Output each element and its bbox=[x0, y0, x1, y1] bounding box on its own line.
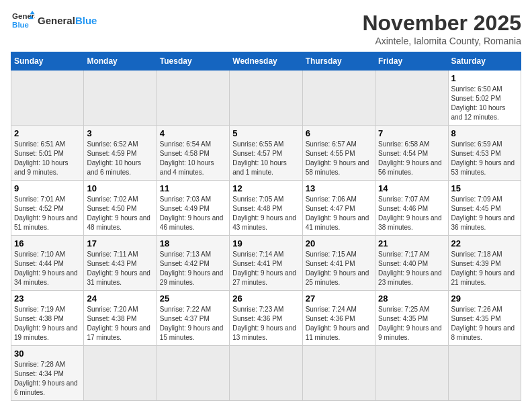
day-info: Sunrise: 7:07 AM Sunset: 4:46 PM Dayligh… bbox=[378, 195, 445, 232]
col-tuesday: Tuesday bbox=[157, 52, 229, 71]
day-cell: 28Sunrise: 7:25 AM Sunset: 4:35 PM Dayli… bbox=[375, 291, 448, 346]
day-number: 14 bbox=[378, 183, 445, 193]
day-info: Sunrise: 6:59 AM Sunset: 4:53 PM Dayligh… bbox=[451, 140, 518, 177]
day-cell: 3Sunrise: 6:52 AM Sunset: 4:59 PM Daylig… bbox=[84, 126, 157, 181]
day-number: 7 bbox=[378, 128, 445, 138]
day-cell bbox=[84, 346, 157, 401]
day-number: 9 bbox=[14, 183, 81, 193]
day-cell: 2Sunrise: 6:51 AM Sunset: 5:01 PM Daylig… bbox=[11, 126, 84, 181]
day-number: 23 bbox=[14, 293, 81, 304]
day-number: 12 bbox=[232, 183, 299, 193]
day-info: Sunrise: 7:18 AM Sunset: 4:39 PM Dayligh… bbox=[451, 250, 518, 287]
day-cell: 25Sunrise: 7:22 AM Sunset: 4:37 PM Dayli… bbox=[157, 291, 229, 346]
day-number: 26 bbox=[232, 293, 299, 304]
day-cell: 17Sunrise: 7:11 AM Sunset: 4:43 PM Dayli… bbox=[84, 236, 157, 291]
day-info: Sunrise: 7:28 AM Sunset: 4:34 PM Dayligh… bbox=[14, 360, 81, 398]
day-number: 25 bbox=[160, 293, 226, 304]
week-row-2: 9Sunrise: 7:01 AM Sunset: 4:52 PM Daylig… bbox=[11, 181, 521, 236]
col-thursday: Thursday bbox=[302, 52, 375, 71]
day-info: Sunrise: 6:55 AM Sunset: 4:57 PM Dayligh… bbox=[232, 140, 299, 177]
day-cell: 29Sunrise: 7:26 AM Sunset: 4:35 PM Dayli… bbox=[448, 291, 521, 346]
day-number: 19 bbox=[232, 238, 299, 248]
day-cell: 11Sunrise: 7:03 AM Sunset: 4:49 PM Dayli… bbox=[157, 181, 229, 236]
day-number: 4 bbox=[160, 128, 226, 138]
week-row-0: 1Sunrise: 6:50 AM Sunset: 5:02 PM Daylig… bbox=[11, 71, 521, 126]
day-cell bbox=[11, 71, 84, 126]
day-number: 30 bbox=[14, 349, 81, 359]
day-number: 2 bbox=[14, 128, 81, 138]
col-saturday: Saturday bbox=[448, 52, 521, 71]
day-info: Sunrise: 7:19 AM Sunset: 4:38 PM Dayligh… bbox=[14, 305, 81, 342]
title-area: November 2025 Axintele, Ialomita County,… bbox=[362, 11, 521, 46]
day-info: Sunrise: 6:58 AM Sunset: 4:54 PM Dayligh… bbox=[378, 140, 445, 177]
logo-general: General bbox=[38, 15, 75, 26]
day-info: Sunrise: 7:26 AM Sunset: 4:35 PM Dayligh… bbox=[451, 305, 518, 342]
logo-icon: General Blue bbox=[11, 11, 35, 31]
day-number: 1 bbox=[451, 73, 518, 83]
week-row-3: 16Sunrise: 7:10 AM Sunset: 4:44 PM Dayli… bbox=[11, 236, 521, 291]
day-cell: 14Sunrise: 7:07 AM Sunset: 4:46 PM Dayli… bbox=[375, 181, 448, 236]
day-cell: 21Sunrise: 7:17 AM Sunset: 4:40 PM Dayli… bbox=[375, 236, 448, 291]
day-cell bbox=[375, 71, 448, 126]
day-number: 22 bbox=[451, 238, 518, 248]
day-number: 21 bbox=[378, 238, 445, 248]
day-info: Sunrise: 7:11 AM Sunset: 4:43 PM Dayligh… bbox=[87, 250, 153, 287]
day-cell: 1Sunrise: 6:50 AM Sunset: 5:02 PM Daylig… bbox=[448, 71, 521, 126]
day-number: 20 bbox=[306, 238, 372, 248]
day-info: Sunrise: 6:51 AM Sunset: 5:01 PM Dayligh… bbox=[14, 140, 81, 177]
week-row-5: 30Sunrise: 7:28 AM Sunset: 4:34 PM Dayli… bbox=[11, 346, 521, 401]
day-cell: 12Sunrise: 7:05 AM Sunset: 4:48 PM Dayli… bbox=[230, 181, 302, 236]
day-info: Sunrise: 7:09 AM Sunset: 4:45 PM Dayligh… bbox=[451, 195, 518, 232]
day-info: Sunrise: 7:02 AM Sunset: 4:50 PM Dayligh… bbox=[87, 195, 153, 232]
day-cell: 13Sunrise: 7:06 AM Sunset: 4:47 PM Dayli… bbox=[302, 181, 375, 236]
day-info: Sunrise: 7:13 AM Sunset: 4:42 PM Dayligh… bbox=[160, 250, 226, 287]
day-cell: 16Sunrise: 7:10 AM Sunset: 4:44 PM Dayli… bbox=[11, 236, 84, 291]
calendar-table: Sunday Monday Tuesday Wednesday Thursday… bbox=[11, 52, 521, 401]
day-info: Sunrise: 6:57 AM Sunset: 4:55 PM Dayligh… bbox=[306, 140, 372, 177]
day-cell: 30Sunrise: 7:28 AM Sunset: 4:34 PM Dayli… bbox=[11, 346, 84, 401]
day-cell: 24Sunrise: 7:20 AM Sunset: 4:38 PM Dayli… bbox=[84, 291, 157, 346]
day-cell: 5Sunrise: 6:55 AM Sunset: 4:57 PM Daylig… bbox=[230, 126, 302, 181]
day-cell: 20Sunrise: 7:15 AM Sunset: 4:41 PM Dayli… bbox=[302, 236, 375, 291]
day-cell bbox=[448, 346, 521, 401]
header-area: General Blue GeneralBlue November 2025 A… bbox=[11, 11, 521, 46]
subtitle: Axintele, Ialomita County, Romania bbox=[362, 36, 521, 46]
day-cell bbox=[230, 71, 302, 126]
day-info: Sunrise: 7:03 AM Sunset: 4:49 PM Dayligh… bbox=[160, 195, 226, 232]
day-cell: 22Sunrise: 7:18 AM Sunset: 4:39 PM Dayli… bbox=[448, 236, 521, 291]
day-number: 11 bbox=[160, 183, 226, 193]
calendar-body: 1Sunrise: 6:50 AM Sunset: 5:02 PM Daylig… bbox=[11, 71, 521, 401]
day-cell bbox=[302, 71, 375, 126]
day-number: 6 bbox=[306, 128, 372, 138]
day-cell bbox=[84, 71, 157, 126]
logo-blue: Blue bbox=[75, 15, 97, 26]
col-wednesday: Wednesday bbox=[230, 52, 302, 71]
col-monday: Monday bbox=[84, 52, 157, 71]
day-number: 13 bbox=[306, 183, 372, 193]
day-number: 28 bbox=[378, 293, 445, 304]
day-cell: 26Sunrise: 7:23 AM Sunset: 4:36 PM Dayli… bbox=[230, 291, 302, 346]
day-info: Sunrise: 7:05 AM Sunset: 4:48 PM Dayligh… bbox=[232, 195, 299, 232]
day-info: Sunrise: 7:23 AM Sunset: 4:36 PM Dayligh… bbox=[232, 305, 299, 342]
week-row-4: 23Sunrise: 7:19 AM Sunset: 4:38 PM Dayli… bbox=[11, 291, 521, 346]
week-row-1: 2Sunrise: 6:51 AM Sunset: 5:01 PM Daylig… bbox=[11, 126, 521, 181]
day-number: 24 bbox=[87, 293, 153, 304]
col-friday: Friday bbox=[375, 52, 448, 71]
day-info: Sunrise: 7:01 AM Sunset: 4:52 PM Dayligh… bbox=[14, 195, 81, 232]
day-cell: 7Sunrise: 6:58 AM Sunset: 4:54 PM Daylig… bbox=[375, 126, 448, 181]
day-cell: 10Sunrise: 7:02 AM Sunset: 4:50 PM Dayli… bbox=[84, 181, 157, 236]
day-cell: 4Sunrise: 6:54 AM Sunset: 4:58 PM Daylig… bbox=[157, 126, 229, 181]
month-title: November 2025 bbox=[362, 11, 521, 36]
svg-text:Blue: Blue bbox=[12, 21, 29, 29]
day-cell: 23Sunrise: 7:19 AM Sunset: 4:38 PM Dayli… bbox=[11, 291, 84, 346]
day-info: Sunrise: 6:54 AM Sunset: 4:58 PM Dayligh… bbox=[160, 140, 226, 177]
day-number: 8 bbox=[451, 128, 518, 138]
day-number: 10 bbox=[87, 183, 153, 193]
day-info: Sunrise: 7:22 AM Sunset: 4:37 PM Dayligh… bbox=[160, 305, 226, 342]
day-info: Sunrise: 7:15 AM Sunset: 4:41 PM Dayligh… bbox=[306, 250, 372, 287]
day-number: 29 bbox=[451, 293, 518, 304]
day-cell: 9Sunrise: 7:01 AM Sunset: 4:52 PM Daylig… bbox=[11, 181, 84, 236]
header-row: Sunday Monday Tuesday Wednesday Thursday… bbox=[11, 52, 521, 71]
day-cell bbox=[157, 346, 229, 401]
day-info: Sunrise: 7:20 AM Sunset: 4:38 PM Dayligh… bbox=[87, 305, 153, 342]
